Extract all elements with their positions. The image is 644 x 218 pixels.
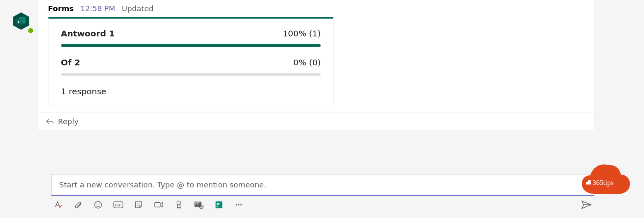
poll-option-label: Antwoord 1	[61, 29, 115, 38]
svg-text:F: F	[18, 20, 20, 24]
svg-rect-23	[217, 206, 219, 207]
new-conversation-input[interactable]	[51, 174, 594, 196]
message-status: Updated	[122, 4, 154, 13]
sticker-icon[interactable]	[134, 200, 143, 209]
poll-card: Antwoord 1 100% (1) Of 2 0% (0) 1 respon…	[48, 17, 334, 105]
meet-now-icon[interactable]	[154, 200, 164, 209]
svg-rect-15	[195, 204, 197, 204]
svg-rect-21	[217, 203, 220, 204]
praise-icon[interactable]	[175, 200, 183, 209]
more-options-icon[interactable]	[234, 200, 243, 209]
svg-text:GIF: GIF	[115, 204, 121, 207]
send-button[interactable]	[581, 200, 592, 210]
poll-option[interactable]: Of 2 0% (0)	[61, 57, 321, 67]
svg-rect-17	[197, 204, 198, 204]
app-name[interactable]: Forms	[48, 4, 74, 13]
message-row: F Forms 12:58 PM Updated Antwoord 1 100%…	[12, 0, 594, 130]
gif-icon[interactable]: GIF	[113, 200, 123, 209]
svg-point-10	[139, 204, 140, 204]
svg-point-4	[95, 201, 102, 208]
forms-avatar: F	[12, 12, 32, 32]
brand-badge: 365tips	[578, 161, 632, 193]
poll-bar-fill	[61, 44, 321, 47]
reply-label: Reply	[58, 117, 79, 126]
svg-rect-16	[197, 202, 198, 203]
svg-point-9	[137, 204, 138, 204]
attach-icon[interactable]	[74, 200, 83, 209]
svg-point-24	[236, 204, 237, 205]
composer: GIF	[51, 174, 594, 210]
format-icon[interactable]	[54, 200, 63, 209]
message-time: 12:58 PM	[80, 4, 115, 13]
poll-option-value: 0% (0)	[293, 57, 321, 67]
poll-bar	[61, 73, 321, 76]
reply-button[interactable]: Reply	[38, 113, 594, 130]
approvals-icon[interactable]	[194, 200, 204, 209]
forms-hexagon-icon: F	[12, 12, 31, 31]
poll-option[interactable]: Antwoord 1 100% (1)	[61, 29, 321, 38]
svg-point-6	[99, 204, 100, 204]
emoji-icon[interactable]	[94, 200, 103, 209]
svg-rect-29	[586, 180, 588, 182]
composer-toolbar: GIF	[51, 196, 594, 210]
poll-responses[interactable]: 1 response	[61, 86, 321, 96]
svg-rect-11	[155, 202, 160, 207]
svg-point-5	[96, 204, 97, 204]
poll-option-label: Of 2	[61, 57, 80, 67]
reply-arrow-icon	[46, 117, 54, 126]
svg-rect-22	[217, 204, 219, 205]
presence-available-icon	[27, 27, 34, 34]
message-header: Forms 12:58 PM Updated	[38, 0, 594, 17]
poll-bar	[61, 44, 321, 47]
svg-point-12	[177, 201, 180, 205]
brand-text: 365tips	[593, 179, 613, 187]
message-card: Forms 12:58 PM Updated Antwoord 1 100% (…	[38, 0, 594, 130]
svg-rect-18	[198, 202, 199, 203]
poll-option-value: 100% (1)	[283, 29, 321, 38]
svg-point-25	[238, 204, 239, 205]
forms-app-icon[interactable]	[214, 200, 223, 209]
svg-point-26	[240, 204, 242, 205]
svg-rect-14	[195, 202, 197, 203]
